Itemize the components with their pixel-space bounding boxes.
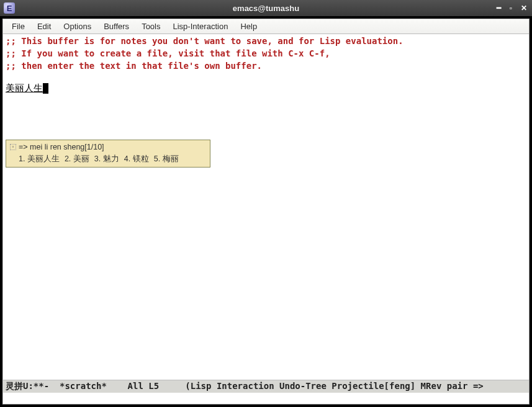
text-cursor (43, 83, 48, 94)
frame-border: File Edit Options Buffers Tools Lisp-Int… (0, 16, 532, 407)
ime-candidate-3[interactable]: 3. 魅力 (94, 153, 119, 164)
ime-guide-row: ▫ => mei li ren sheng[1/10] (10, 141, 206, 153)
minibuffer[interactable] (3, 393, 529, 404)
ime-candidate-4[interactable]: 4. 镁粒 (124, 153, 149, 164)
menu-lisp-interaction[interactable]: Lisp-Interaction (166, 20, 234, 33)
scratch-comment-line3: ;; then enter the text in that file's ow… (3, 59, 529, 71)
titlebar-left: E (4, 2, 15, 14)
modeline[interactable]: 灵拼U:**- *scratch* All L5 (Lisp Interacti… (3, 380, 529, 393)
titlebar[interactable]: E emacs@tumashu ━ ▫ ✕ (0, 0, 532, 16)
close-icon[interactable]: ✕ (520, 3, 528, 13)
ime-candidate-1[interactable]: 1. 美丽人生 (19, 153, 60, 164)
menu-file[interactable]: File (6, 20, 31, 33)
maximize-icon[interactable]: ▫ (508, 3, 513, 13)
menu-help[interactable]: Help (234, 20, 263, 33)
ime-preedit-text: 美丽人生 (6, 83, 43, 94)
modeline-position: All L5 (112, 381, 180, 391)
emacs-frame: File Edit Options Buffers Tools Lisp-Int… (2, 19, 530, 405)
menu-tools[interactable]: Tools (135, 20, 166, 33)
modeline-buffer-name: *scratch* (55, 381, 112, 391)
scratch-comment-line1: ;; This buffer is for notes you don't wa… (3, 34, 529, 47)
app-window: E emacs@tumashu ━ ▫ ✕ File Edit Options … (0, 0, 532, 407)
ime-candidate-5[interactable]: 5. 梅丽 (154, 153, 179, 164)
ime-candidate-popup[interactable]: ▫ => mei li ren sheng[1/10] 1. 美丽人生 2. 美… (6, 140, 210, 168)
menubar: File Edit Options Buffers Tools Lisp-Int… (3, 19, 529, 34)
menu-buffers[interactable]: Buffers (97, 20, 135, 33)
modeline-ime-status: 灵拼U:**- (6, 381, 55, 391)
input-line[interactable]: 美丽人生 (3, 71, 529, 94)
emacs-app-icon: E (4, 2, 15, 14)
ime-guide-text: => mei li ren sheng[1/10] (19, 141, 104, 153)
modeline-modes: (Lisp Interaction Undo-Tree Projectile[f… (180, 381, 484, 391)
ime-checkbox-icon: ▫ (10, 144, 16, 150)
buffer-area[interactable]: ;; This buffer is for notes you don't wa… (3, 34, 529, 380)
menu-options[interactable]: Options (57, 20, 97, 33)
minimize-icon[interactable]: ━ (495, 3, 502, 13)
menu-edit[interactable]: Edit (31, 20, 57, 33)
ime-candidate-row: 1. 美丽人生 2. 美丽 3. 魅力 4. 镁粒 5. 梅丽 (10, 153, 206, 164)
scratch-comment-line2: ;; If you want to create a file, visit t… (3, 47, 529, 59)
window-title: emacs@tumashu (233, 4, 299, 13)
ime-candidate-2[interactable]: 2. 美丽 (65, 153, 89, 164)
window-controls: ━ ▫ ✕ (495, 3, 528, 13)
